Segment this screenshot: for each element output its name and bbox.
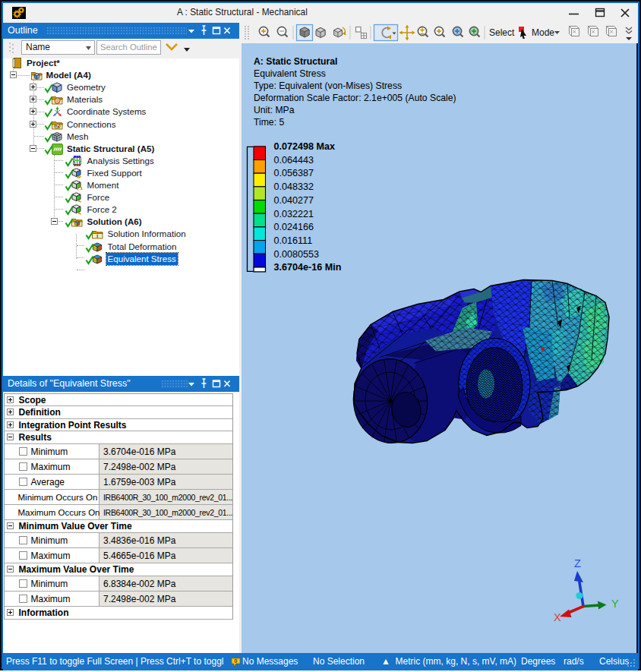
svg-text:0.016111: 0.016111 [274, 235, 313, 245]
svg-text:Y: Y [611, 598, 619, 610]
svg-text:0.048332: 0.048332 [274, 181, 314, 192]
svg-text:0.024166: 0.024166 [274, 222, 314, 232]
svg-text:Select: Select [489, 27, 515, 38]
svg-text:Mode: Mode [532, 27, 554, 38]
svg-text:0.064443: 0.064443 [274, 154, 314, 165]
svg-text:0.0080553: 0.0080553 [274, 248, 320, 259]
svg-text:Z: Z [574, 557, 581, 569]
svg-text:0.032221: 0.032221 [274, 208, 314, 219]
svg-text:0.072498 Max: 0.072498 Max [274, 141, 336, 152]
svg-text:0.040277: 0.040277 [274, 194, 314, 205]
svg-text:0.056387: 0.056387 [274, 168, 314, 178]
svg-text:3.6704e-16 Min: 3.6704e-16 Min [274, 262, 342, 273]
svg-text:0: 0 [235, 658, 238, 664]
svg-text:X: X [554, 611, 561, 623]
